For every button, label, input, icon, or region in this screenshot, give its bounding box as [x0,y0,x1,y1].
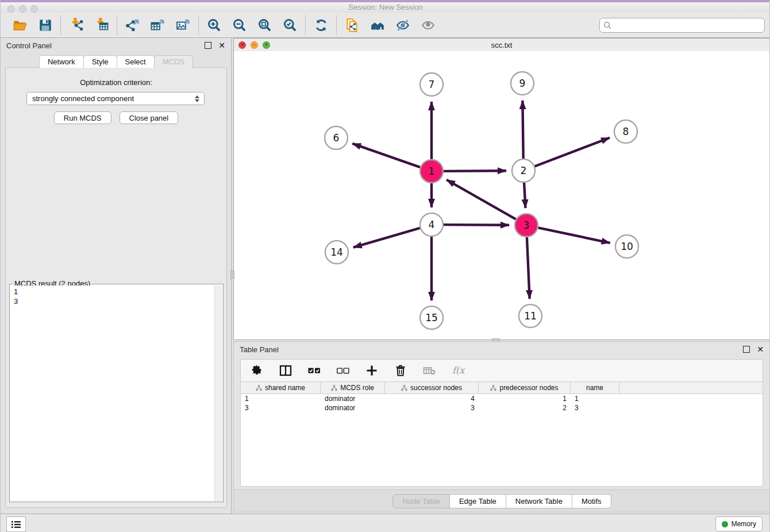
run-mcds-button[interactable]: Run MCDS [54,111,111,124]
show-graphics-button[interactable] [419,16,437,34]
graph-node-2[interactable]: 2 [512,159,535,182]
column-header-name[interactable]: name [571,382,619,394]
edge-1-2[interactable] [444,171,506,171]
tab-mcds[interactable]: MCDS [154,55,193,68]
zoom-selected-button[interactable] [281,16,299,34]
close-panel-button[interactable]: Close panel [120,111,179,124]
graph-node-4[interactable]: 4 [420,213,443,236]
deselect-all-button[interactable] [336,364,350,377]
zoom-out-button[interactable] [230,16,249,34]
table-cell[interactable]: dominator [321,404,385,412]
svg-text:7: 7 [429,79,435,90]
table-cell[interactable]: 1 [479,395,571,403]
graph-node-1[interactable]: 1 [420,160,443,183]
tab-network-table[interactable]: Network Table [506,494,572,508]
mcds-tab-content: Optimization criterion: strongly connect… [5,67,227,508]
list-icon [11,520,21,529]
network-minimize-icon[interactable]: − [251,41,258,49]
edge-3-10[interactable] [538,228,610,242]
search-icon [603,21,611,32]
columns-icon [279,364,292,377]
mcds-result-text[interactable]: 13 [10,286,215,501]
memory-button[interactable]: Memory [715,516,763,531]
tab-select[interactable]: Select [117,55,155,68]
edge-4-3[interactable] [444,225,509,225]
delete-column-button[interactable] [394,364,407,377]
table-cell[interactable]: 3 [571,404,619,412]
column-header-shared-name[interactable]: shared name [241,382,321,394]
network-window-titlebar[interactable]: ✕ − + scc.txt [234,38,769,52]
tab-motifs[interactable]: Motifs [572,494,611,508]
save-session-button[interactable] [36,16,55,34]
network-canvas[interactable]: 7968124314101511 [234,51,769,340]
columns-button[interactable] [279,364,292,377]
home-pair-button[interactable] [368,16,387,34]
table-cell[interactable]: 1 [241,395,321,403]
graph-node-6[interactable]: 6 [325,126,348,149]
graph-node-10[interactable]: 10 [615,235,638,258]
edge-4-14[interactable] [353,228,420,248]
close-table-panel-icon[interactable]: ✕ [757,346,764,352]
vertical-split-handle[interactable] [230,271,234,279]
table-row[interactable]: 1dominator411 [241,394,763,403]
import-table-button[interactable] [93,16,111,34]
hide-graphics-button[interactable] [394,16,412,34]
export-table-button[interactable] [149,16,167,34]
main-toolbar [1,13,770,38]
clone-network-button[interactable] [343,16,361,34]
gear-button[interactable] [250,364,264,377]
add-column-button[interactable] [365,364,379,377]
graph-node-14[interactable]: 14 [325,241,348,264]
delete-table-icon [422,364,436,377]
mcds-result-scrollbar[interactable] [214,286,222,501]
close-panel-icon[interactable]: ✕ [218,43,225,48]
tab-style[interactable]: Style [83,55,117,68]
edge-2-8[interactable] [535,138,610,167]
select-all-button[interactable] [307,364,321,377]
graph-node-8[interactable]: 8 [614,120,637,143]
tab-edge-table[interactable]: Edge Table [449,494,506,508]
refresh-button[interactable] [312,16,330,34]
tab-network[interactable]: Network [39,55,84,68]
column-header-successor-nodes[interactable]: successor nodes [385,382,479,394]
graph-node-3[interactable]: 3 [515,214,538,237]
network-close-icon[interactable]: ✕ [238,41,246,49]
graph-node-9[interactable]: 9 [511,72,534,95]
open-session-button[interactable] [11,16,29,34]
network-maximize-icon[interactable]: + [263,41,270,49]
criterion-select[interactable]: strongly connected component [26,92,205,105]
edge-1-6[interactable] [352,144,420,167]
table-cell[interactable]: 3 [241,404,321,412]
graph-node-7[interactable]: 7 [420,73,443,96]
task-history-button[interactable] [6,516,26,532]
float-panel-icon[interactable] [205,42,211,49]
table-cell[interactable]: 4 [385,395,479,403]
zoom-in-button[interactable] [205,16,224,34]
graph-node-11[interactable]: 11 [519,304,542,327]
column-header-MCDS-role[interactable]: MCDS role [321,382,385,394]
table-cell[interactable]: dominator [321,395,385,403]
export-image-button[interactable] [174,16,192,34]
table-cell[interactable]: 3 [385,404,479,412]
edge-2-9[interactable] [522,101,523,159]
column-header-predecessor-nodes[interactable]: predecessor nodes [479,382,571,394]
search-input[interactable] [599,18,765,33]
export-network-button[interactable] [124,16,142,34]
zoom-selected-icon [283,18,298,33]
float-table-panel-icon[interactable] [743,346,750,353]
svg-text:6: 6 [333,132,340,144]
edge-3-1[interactable] [446,180,516,219]
zoom-out-icon [232,18,247,33]
table-cell[interactable]: 2 [479,404,571,412]
graph-node-15[interactable]: 15 [420,306,443,329]
table-row[interactable]: 3dominator323 [241,403,763,413]
import-network-button[interactable] [67,16,86,34]
window-close-icon[interactable] [7,5,15,13]
edge-3-11[interactable] [527,237,530,299]
window-zoom-icon[interactable] [30,5,38,13]
window-minimize-icon[interactable] [19,5,26,13]
edge-2-3[interactable] [524,183,525,208]
tab-node-table[interactable]: Node Table [392,494,450,508]
zoom-fit-button[interactable] [256,16,274,34]
table-cell[interactable]: 1 [571,395,619,403]
